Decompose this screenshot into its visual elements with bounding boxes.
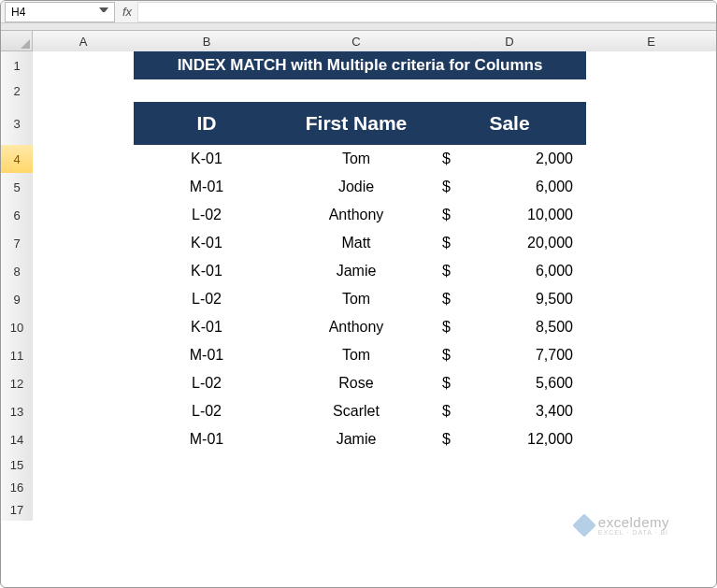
col-header-e[interactable]: E [586, 31, 716, 51]
row-header-14[interactable]: 14 [1, 425, 33, 453]
cell-d4[interactable]: $2,000 [433, 145, 586, 173]
cell-c17[interactable] [280, 498, 433, 521]
cell-b6[interactable]: L-02 [134, 201, 280, 229]
row-header-15[interactable]: 15 [1, 453, 33, 476]
row-header-12[interactable]: 12 [1, 369, 33, 397]
cell-c16[interactable] [280, 476, 433, 498]
cell-e6[interactable] [586, 201, 716, 229]
cell-e10[interactable] [586, 313, 716, 341]
th-sale[interactable]: Sale [433, 102, 586, 145]
cell-c12[interactable]: Rose [280, 369, 433, 397]
cell-d17[interactable] [433, 498, 586, 521]
cell-a4[interactable] [33, 145, 134, 173]
cell-c10[interactable]: Anthony [280, 313, 433, 341]
cell-d15[interactable] [433, 453, 586, 476]
cell-c13[interactable]: Scarlet [280, 397, 433, 425]
cell-a2[interactable] [33, 79, 134, 102]
row-header-1[interactable]: 1 [1, 51, 33, 79]
cell-a8[interactable] [33, 257, 134, 285]
cell-b12[interactable]: L-02 [134, 369, 280, 397]
cell-e16[interactable] [586, 476, 716, 498]
cell-b17[interactable] [134, 498, 280, 521]
row-header-8[interactable]: 8 [1, 257, 33, 285]
row-header-4[interactable]: 4 [1, 145, 33, 173]
cell-e4[interactable] [586, 145, 716, 173]
cell-b14[interactable]: M-01 [134, 425, 280, 453]
cell-d11[interactable]: $7,700 [433, 341, 586, 369]
cell-e3[interactable] [586, 102, 716, 145]
cell-a9[interactable] [33, 285, 134, 313]
row-header-10[interactable]: 10 [1, 313, 33, 341]
row-header-13[interactable]: 13 [1, 397, 33, 425]
chevron-down-icon[interactable] [99, 7, 108, 17]
cell-d9[interactable]: $9,500 [433, 285, 586, 313]
cell-d16[interactable] [433, 476, 586, 498]
row-header-6[interactable]: 6 [1, 201, 33, 229]
cell-e15[interactable] [586, 453, 716, 476]
cell-c2[interactable] [280, 79, 433, 102]
cell-d10[interactable]: $8,500 [433, 313, 586, 341]
cell-b5[interactable]: M-01 [134, 173, 280, 201]
cell-d13[interactable]: $3,400 [433, 397, 586, 425]
cell-b16[interactable] [134, 476, 280, 498]
name-box[interactable]: H4 [5, 2, 115, 22]
cell-e2[interactable] [586, 79, 716, 102]
cell-a16[interactable] [33, 476, 134, 498]
cell-b8[interactable]: K-01 [134, 257, 280, 285]
cell-a5[interactable] [33, 173, 134, 201]
cell-e8[interactable] [586, 257, 716, 285]
cell-e11[interactable] [586, 341, 716, 369]
select-all-corner[interactable] [1, 31, 33, 51]
row-header-9[interactable]: 9 [1, 285, 33, 313]
cell-b2[interactable] [134, 79, 280, 102]
formula-input[interactable] [137, 2, 716, 22]
cell-e1[interactable] [586, 51, 716, 79]
cell-e12[interactable] [586, 369, 716, 397]
cell-a1[interactable] [33, 51, 134, 79]
cell-d14[interactable]: $12,000 [433, 425, 586, 453]
col-header-b[interactable]: B [134, 31, 280, 51]
cell-b13[interactable]: L-02 [134, 397, 280, 425]
fx-icon[interactable]: fx [117, 5, 137, 19]
row-header-11[interactable]: 11 [1, 341, 33, 369]
row-header-5[interactable]: 5 [1, 173, 33, 201]
cell-b7[interactable]: K-01 [134, 229, 280, 257]
cell-d5[interactable]: $6,000 [433, 173, 586, 201]
cell-c11[interactable]: Tom [280, 341, 433, 369]
cell-e13[interactable] [586, 397, 716, 425]
cell-a12[interactable] [33, 369, 134, 397]
cell-e9[interactable] [586, 285, 716, 313]
cell-e7[interactable] [586, 229, 716, 257]
cell-a14[interactable] [33, 425, 134, 453]
cell-e14[interactable] [586, 425, 716, 453]
cell-a11[interactable] [33, 341, 134, 369]
cell-d2[interactable] [433, 79, 586, 102]
row-header-16[interactable]: 16 [1, 476, 33, 498]
row-header-7[interactable]: 7 [1, 229, 33, 257]
cell-c5[interactable]: Jodie [280, 173, 433, 201]
cell-b15[interactable] [134, 453, 280, 476]
cell-a17[interactable] [33, 498, 134, 521]
cell-a15[interactable] [33, 453, 134, 476]
cell-c6[interactable]: Anthony [280, 201, 433, 229]
cell-c4[interactable]: Tom [280, 145, 433, 173]
cell-d8[interactable]: $6,000 [433, 257, 586, 285]
worksheet-grid[interactable]: A B C D E 1 INDEX MATCH with Multiple cr… [1, 31, 716, 521]
row-header-3[interactable]: 3 [1, 102, 33, 145]
cell-c14[interactable]: Jamie [280, 425, 433, 453]
col-header-a[interactable]: A [33, 31, 134, 51]
cell-b4[interactable]: K-01 [134, 145, 280, 173]
cell-c15[interactable] [280, 453, 433, 476]
cell-b9[interactable]: L-02 [134, 285, 280, 313]
cell-c8[interactable]: Jamie [280, 257, 433, 285]
cell-c9[interactable]: Tom [280, 285, 433, 313]
cell-a3[interactable] [33, 102, 134, 145]
cell-d6[interactable]: $10,000 [433, 201, 586, 229]
row-header-17[interactable]: 17 [1, 498, 33, 521]
cell-e5[interactable] [586, 173, 716, 201]
th-first-name[interactable]: First Name [280, 102, 433, 145]
cell-b10[interactable]: K-01 [134, 313, 280, 341]
cell-a13[interactable] [33, 397, 134, 425]
cell-b11[interactable]: M-01 [134, 341, 280, 369]
cell-d7[interactable]: $20,000 [433, 229, 586, 257]
